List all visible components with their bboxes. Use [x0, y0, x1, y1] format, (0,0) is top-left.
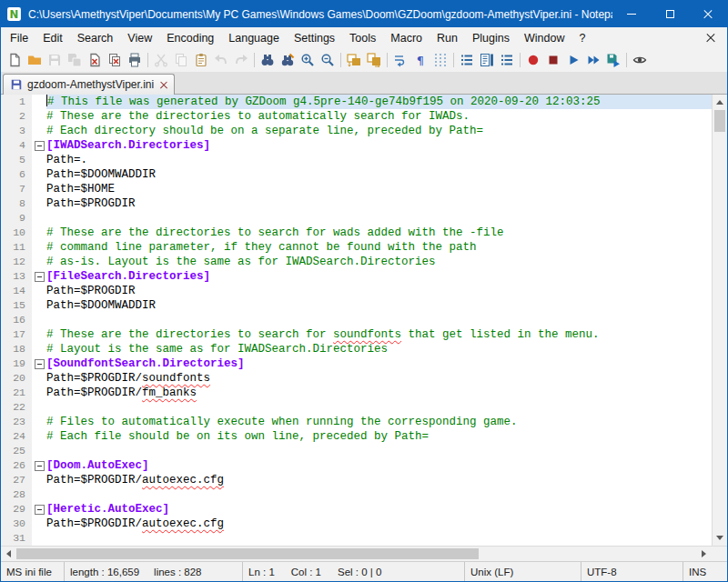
- menu-item-run[interactable]: Run: [430, 28, 465, 48]
- fold-collapse-icon[interactable]: [35, 359, 45, 369]
- document-list-icon[interactable]: [497, 50, 517, 70]
- text-token: Path=$DOOMWADDIR: [46, 168, 156, 181]
- undo-icon[interactable]: [211, 50, 231, 70]
- tab-close-icon[interactable]: [160, 81, 167, 88]
- fold-margin[interactable]: [32, 356, 46, 371]
- status-length: length : 16,659 lines : 828: [65, 562, 243, 581]
- horizontal-scroll-thumb[interactable]: [16, 548, 479, 559]
- code-line-10: 10# These are the directories to search …: [1, 226, 712, 240]
- save-all-icon[interactable]: [65, 50, 85, 70]
- comment-token: # command line parameter, if they cannot…: [46, 241, 477, 254]
- close-button[interactable]: [689, 1, 727, 27]
- close-file-icon[interactable]: [85, 50, 105, 70]
- code-line-3: 3# Each directory should be on a separat…: [1, 124, 712, 138]
- show-all-characters-icon[interactable]: [410, 50, 430, 70]
- monitoring-icon[interactable]: [630, 50, 650, 70]
- line-number: 2: [1, 109, 32, 124]
- paste-icon[interactable]: [191, 50, 211, 70]
- vertical-scrollbar[interactable]: [712, 95, 727, 546]
- text-token: autoexec.cfg: [142, 517, 224, 530]
- stop-recording-icon[interactable]: [543, 50, 563, 70]
- line-number: 22: [1, 400, 32, 415]
- replace-icon[interactable]: [278, 50, 298, 70]
- function-list-icon[interactable]: [457, 50, 477, 70]
- maximize-button[interactable]: [651, 1, 689, 27]
- menu-item-macro[interactable]: Macro: [383, 28, 430, 48]
- status-insert-mode[interactable]: INS: [683, 562, 727, 581]
- fold-margin[interactable]: [32, 138, 46, 153]
- menu-item-edit[interactable]: Edit: [35, 28, 70, 48]
- sync-horizontal-scrolling-icon[interactable]: [364, 50, 384, 70]
- code-line-6: 6Path=$DOOMWADDIR: [1, 167, 712, 182]
- line-text: Path=$PROGDIR/autoexec.cfg: [46, 517, 712, 531]
- status-eol-format[interactable]: Unix (LF): [465, 562, 581, 581]
- toolbar-separator: [453, 53, 454, 67]
- fold-collapse-icon[interactable]: [35, 505, 45, 515]
- horizontal-scrollbar[interactable]: [1, 546, 727, 561]
- fold-margin[interactable]: [32, 502, 46, 517]
- comment-token: # Each file should be on its own line, p…: [46, 430, 429, 443]
- menu-item-settings[interactable]: Settings: [287, 28, 342, 48]
- sync-vertical-scrolling-icon[interactable]: [344, 50, 364, 70]
- start-recording-icon[interactable]: [523, 50, 543, 70]
- open-file-icon[interactable]: [25, 50, 45, 70]
- menu-item-plugins[interactable]: Plugins: [465, 28, 517, 48]
- fold-margin[interactable]: [32, 269, 46, 284]
- menubar-close-button[interactable]: [706, 32, 714, 45]
- horizontal-scroll-track[interactable]: [16, 547, 696, 561]
- save-recorded-macro-icon[interactable]: [603, 50, 623, 70]
- status-encoding[interactable]: UTF-8: [581, 562, 683, 581]
- scroll-down-button[interactable]: [713, 530, 727, 546]
- code-line-21: 21Path=$PROGDIR/fm_banks: [1, 386, 712, 400]
- fold-collapse-icon[interactable]: [35, 272, 45, 282]
- scroll-right-button[interactable]: [696, 547, 712, 561]
- status-sel-label: Sel : 0 | 0: [338, 567, 381, 577]
- minimize-button[interactable]: [612, 1, 651, 27]
- zoom-out-icon[interactable]: [318, 50, 338, 70]
- menu-item-window[interactable]: Window: [517, 28, 571, 48]
- new-file-icon[interactable]: [5, 50, 25, 70]
- menu-item-encoding[interactable]: Encoding: [159, 28, 221, 48]
- menu-item-help[interactable]: ?: [571, 28, 592, 48]
- copy-icon[interactable]: [171, 50, 191, 70]
- toolbar-separator: [387, 53, 388, 67]
- menu-item-tools[interactable]: Tools: [342, 28, 383, 48]
- code-line-5: 5Path=.: [1, 153, 712, 167]
- show-indent-guide-icon[interactable]: [430, 50, 450, 70]
- find-icon[interactable]: [258, 50, 278, 70]
- fold-margin: [32, 429, 46, 444]
- vertical-scroll-track[interactable]: [713, 110, 727, 530]
- line-text: # This file was generated by GZDoom g4.5…: [46, 95, 712, 109]
- menu-item-language[interactable]: Language: [221, 28, 287, 48]
- close-all-icon[interactable]: [105, 50, 125, 70]
- menu-item-view[interactable]: View: [120, 28, 159, 48]
- playback-macro-icon[interactable]: [563, 50, 583, 70]
- scroll-left-button[interactable]: [1, 547, 16, 561]
- vertical-scroll-thumb[interactable]: [714, 110, 725, 132]
- line-text: [46, 531, 712, 546]
- fold-margin[interactable]: [32, 458, 46, 473]
- scroll-up-button[interactable]: [713, 95, 727, 110]
- fold-margin: [32, 386, 46, 400]
- print-icon[interactable]: [125, 50, 145, 70]
- code-line-20: 20Path=$PROGDIR/soundfonts: [1, 371, 712, 386]
- line-number: 14: [1, 284, 32, 298]
- fold-margin: [32, 327, 46, 342]
- word-wrap-icon[interactable]: [390, 50, 410, 70]
- fold-margin: [32, 531, 46, 546]
- menu-item-file[interactable]: File: [3, 28, 35, 48]
- menu-item-search[interactable]: Search: [70, 28, 121, 48]
- fold-collapse-icon[interactable]: [35, 461, 45, 471]
- save-file-icon[interactable]: [45, 50, 65, 70]
- zoom-in-icon[interactable]: [298, 50, 318, 70]
- code-line-17: 17# These are the directories to search …: [1, 327, 712, 342]
- run-macro-multiple-times-icon[interactable]: [583, 50, 603, 70]
- code-area[interactable]: 1# This file was generated by GZDoom g4.…: [1, 95, 712, 546]
- line-text: [IWADSearch.Directories]: [46, 138, 712, 153]
- arrow-right-icon: [702, 550, 706, 557]
- document-map-icon[interactable]: [477, 50, 497, 70]
- tab-active[interactable]: gzdoom-AmethystViper.ini: [3, 74, 175, 95]
- fold-collapse-icon[interactable]: [35, 141, 45, 151]
- redo-icon[interactable]: [231, 50, 251, 70]
- cut-icon[interactable]: [151, 50, 171, 70]
